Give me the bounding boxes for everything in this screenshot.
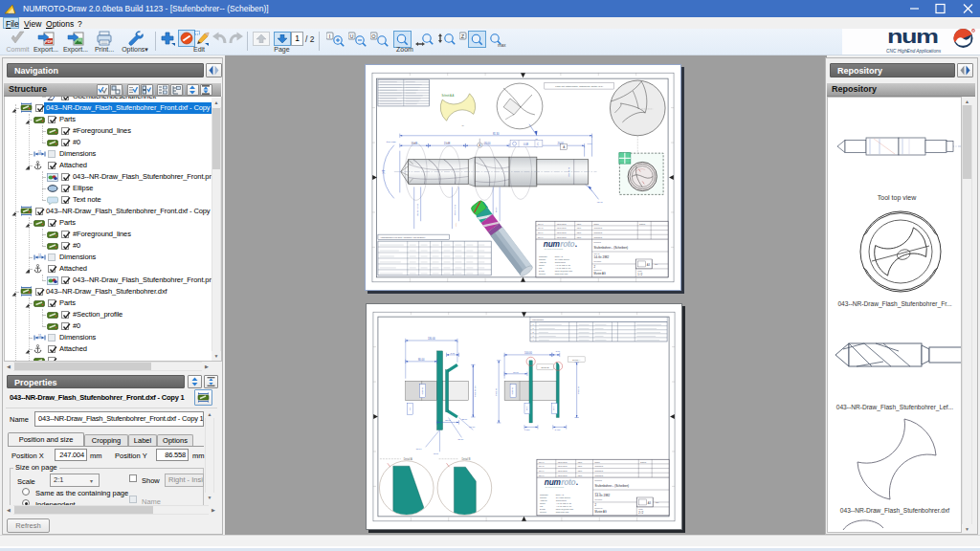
svg-text:.: . <box>575 239 577 249</box>
svg-text:Tool-Id: Tool-Id <box>594 253 600 255</box>
svg-text:Name: Name <box>595 461 600 463</box>
svg-text:Rev. 2: Rev. 2 <box>539 465 545 467</box>
svg-text:Contact: Contact <box>540 496 547 498</box>
svg-text:Fase mit (Stahl)kante, wahlwei: Fase mit (Stahl)kante, wahlweise: Detail… <box>555 85 603 88</box>
svg-text:Schnitt A-A: Schnitt A-A <box>442 94 455 98</box>
svg-text:Comment: Comment <box>594 227 603 229</box>
svg-text:Rev. 3: Rev. 3 <box>538 223 544 225</box>
svg-text:Comment: Comment <box>595 465 604 467</box>
svg-text:the world of tool grinding: the world of tool grinding <box>545 248 563 250</box>
svg-text:Revision: Revision <box>594 260 602 262</box>
svg-text:100.00: 100.00 <box>524 351 532 355</box>
svg-text:Stufenbohrer-- (Scheiben): Stufenbohrer-- (Scheiben) <box>595 484 630 488</box>
svg-text:+0.01: +0.01 <box>455 223 457 227</box>
svg-text:Mber: Mber <box>577 227 582 229</box>
svg-text:Rev. 2: Rev. 2 <box>538 227 544 229</box>
svg-text:2x: 2x <box>461 124 464 127</box>
svg-text:2 / 2: 2 / 2 <box>638 511 644 515</box>
svg-text:Rev. 0: Rev. 0 <box>539 474 545 476</box>
svg-text:max: max <box>498 43 506 48</box>
svg-text:20.00: 20.00 <box>484 142 491 145</box>
svg-text:12.07.2007: 12.07.2007 <box>558 474 568 476</box>
svg-text:Internet: Internet <box>540 511 546 513</box>
svg-text:Comment: Comment <box>594 231 603 233</box>
svg-text:5.433: 5.433 <box>555 429 561 430</box>
svg-text:Detail B: Detail B <box>541 366 549 369</box>
svg-text:12.07.2007: 12.07.2007 <box>557 223 567 225</box>
svg-text:R0.74: R0.74 <box>416 448 423 450</box>
svg-text:Company: Company <box>539 255 548 257</box>
svg-text:Abmessungen vor dem Abrichten:: Abmessungen vor dem Abrichten: (08.08.20… <box>380 236 426 238</box>
svg-text:A: A <box>563 145 565 149</box>
svg-text:O: O <box>371 33 376 39</box>
svg-text:12.07.2007: 12.07.2007 <box>557 236 567 238</box>
svg-text:5.00: 5.00 <box>556 350 561 352</box>
svg-text:14-Gr-1982: 14-Gr-1982 <box>595 494 611 497</box>
svg-text:45°: 45° <box>535 138 539 141</box>
svg-text:R0.76: R0.76 <box>469 426 476 428</box>
svg-text:⌀152.40 (6"): ⌀152.40 (6") <box>474 385 476 396</box>
svg-text:⌀200.00: ⌀200.00 <box>421 386 423 394</box>
svg-text:Datum: Datum <box>639 223 645 225</box>
svg-text:Datum: Datum <box>640 461 646 463</box>
svg-text:Contact: Contact <box>539 258 546 260</box>
svg-text:Stufenbohrer-- (Scheiben): Stufenbohrer-- (Scheiben) <box>594 246 629 250</box>
svg-text:1: 1 <box>532 327 533 329</box>
svg-text:⌀(2.4685): ⌀(2.4685) <box>387 141 396 143</box>
svg-text:CH-9053 Teufen: CH-9053 Teufen <box>556 496 571 498</box>
svg-text:Comment: Comment <box>595 474 604 476</box>
svg-text:043--NR-Draw_Flash_Stufenbohre: 043--NR-Draw_Flash_Stufenbohrer_Lef... <box>836 404 954 411</box>
svg-text:Rev. 1: Rev. 1 <box>539 470 545 472</box>
svg-text:0: 0 <box>532 323 533 325</box>
svg-text:+0.05: +0.05 <box>412 142 415 143</box>
svg-text:the world of tool grinding: the world of tool grinding <box>546 486 564 488</box>
svg-text:⌀150.00: ⌀150.00 <box>577 386 579 394</box>
svg-text:4: 4 <box>532 339 533 341</box>
svg-text:Muster AG: Muster AG <box>595 510 607 514</box>
svg-text:Name: Name <box>594 223 599 225</box>
svg-text:+41 71 335 04 11: +41 71 335 04 11 <box>556 502 572 504</box>
svg-text:Rev. 0: Rev. 0 <box>538 236 544 238</box>
svg-text:Internet: Internet <box>539 273 546 275</box>
svg-text:1.787: 1.787 <box>524 429 530 430</box>
svg-text:12.07.2007: 12.07.2007 <box>557 227 567 229</box>
svg-text:Switzerland: Switzerland <box>555 261 567 263</box>
svg-text:Detail A: Detail A <box>572 359 581 362</box>
svg-text:+41 71 335 04 11: +41 71 335 04 11 <box>555 264 571 266</box>
svg-text:45.00: 45.00 <box>434 452 439 454</box>
svg-text:Phone: Phone <box>540 502 546 504</box>
svg-text:www.num.com: www.num.com <box>556 511 569 513</box>
svg-text:Wheelpacks: Wheelpacks <box>532 319 544 320</box>
svg-text:2: 2 <box>532 331 533 333</box>
svg-text:Phone: Phone <box>539 264 546 266</box>
svg-text:Detail A: Detail A <box>404 457 412 461</box>
svg-text:E-mail: E-mail <box>539 270 545 272</box>
svg-text:U: U <box>350 33 354 39</box>
svg-text:11: 11 <box>38 150 41 154</box>
svg-text:www.num.com: www.num.com <box>555 273 568 275</box>
svg-text:Rev. 1: Rev. 1 <box>538 231 544 233</box>
svg-text:⌀6.35 -0.012: ⌀6.35 -0.012 <box>416 203 418 215</box>
svg-text:130.00: 130.00 <box>428 337 435 341</box>
svg-text:Drawing: Drawing <box>595 479 602 481</box>
svg-text:25.00°: 25.00° <box>461 418 468 420</box>
svg-text:Company: Company <box>540 494 549 496</box>
svg-text:Tool top view: Tool top view <box>878 194 917 202</box>
svg-text:140°: 140° <box>382 169 386 174</box>
svg-text:043--NR-Draw_Flash_Stufenbohre: 043--NR-Draw_Flash_Stufenbohrer.dxf <box>840 507 950 515</box>
svg-text:Page: Page <box>637 270 642 272</box>
svg-text:Address: Address <box>540 499 547 501</box>
svg-text:+41 71 335 04 77: +41 71 335 04 77 <box>556 505 572 507</box>
svg-text:⌀10.00 h6: ⌀10.00 h6 <box>568 166 569 177</box>
svg-text:12.07.2007: 12.07.2007 <box>558 470 568 472</box>
svg-text:A: A <box>479 143 480 147</box>
svg-text:Mber: Mber <box>578 470 583 472</box>
svg-text:CH-9053 Teufen: CH-9053 Teufen <box>555 258 570 260</box>
svg-text:11: 11 <box>38 253 41 257</box>
svg-text:.: . <box>576 477 578 487</box>
svg-text:E-mail: E-mail <box>540 508 546 510</box>
svg-text:Drawing: Drawing <box>594 241 601 243</box>
svg-text:Rev. 3: Rev. 3 <box>539 461 545 463</box>
svg-text:1 / 2: 1 / 2 <box>637 273 643 276</box>
svg-text:Mber: Mber <box>578 474 583 476</box>
